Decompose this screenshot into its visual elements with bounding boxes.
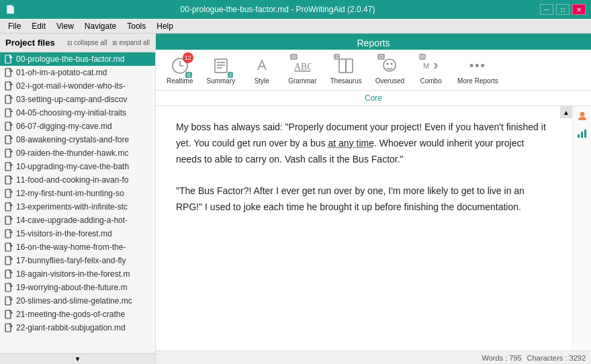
summary-label: Summary — [206, 77, 235, 85]
file-item[interactable]: 02-i-got-mail-i-wonder-who-its- — [0, 79, 155, 93]
sidebar-title: Project files — [5, 38, 55, 48]
core-tab[interactable]: Core — [156, 91, 591, 106]
file-item[interactable]: 12-my-first-hunt-im-hunting-so — [0, 187, 155, 200]
scroll-up-button[interactable]: ▲ — [560, 106, 572, 118]
file-item[interactable]: 16-on-the-way-home-from-the- — [0, 240, 155, 254]
file-item[interactable]: 11-food-and-cooking-in-avan-fo — [0, 173, 155, 187]
sidebar-scroll-down[interactable]: ▼ — [0, 353, 155, 364]
svg-point-34 — [387, 63, 389, 65]
maximize-button[interactable]: □ — [556, 4, 570, 15]
editor[interactable]: My boss has always said: "Properly docum… — [156, 106, 572, 351]
statusbar: Words : 795 Characters : 3292 — [156, 351, 591, 364]
scroll-down-icon: ▼ — [75, 355, 81, 363]
sidebar-actions: ⊟ collapse all ⊞ expand all — [67, 39, 150, 46]
menu-view[interactable]: View — [51, 20, 79, 32]
svg-rect-40 — [584, 130, 586, 138]
sidebar-header: Project files ⊟ collapse all ⊞ expand al… — [0, 34, 155, 52]
combo-icon: M M — [420, 55, 442, 77]
svg-rect-39 — [581, 132, 583, 138]
menu-navigate[interactable]: Navigate — [79, 20, 122, 32]
file-item[interactable]: 08-awakening-crystals-and-fore — [0, 133, 155, 146]
expand-icon: ⊞ — [112, 40, 118, 46]
file-item[interactable]: 22-giant-rabbit-subjugation.md — [0, 321, 155, 334]
svg-point-35 — [391, 63, 393, 65]
file-item[interactable]: 13-experiments-with-infinite-stc — [0, 200, 155, 214]
grammar-icon: ABC G — [291, 55, 313, 77]
thesaurus-icon: Z — [335, 55, 357, 77]
toolbar-more[interactable]: ••• More Reports — [452, 52, 504, 87]
realtime-s-badge: S — [185, 72, 191, 78]
toolbar-overused[interactable]: O Overused — [370, 52, 410, 87]
thesaurus-label: Thesaurus — [330, 77, 362, 85]
window-controls: ─ □ ✕ — [540, 4, 586, 15]
realtime-badge: 12 — [183, 52, 193, 63]
svg-point-37 — [580, 112, 584, 117]
svg-rect-38 — [578, 134, 580, 138]
file-item[interactable]: 20-slimes-and-slime-gelatine.mc — [0, 294, 155, 308]
content-area: ▲ My boss has always said: "Properly doc… — [156, 106, 591, 351]
grammar-label: Grammar — [288, 77, 316, 85]
menubar: File Edit View Navigate Tools Help — [0, 19, 591, 34]
right-panel: Reports 12 S Realtime — [156, 34, 591, 364]
file-item[interactable]: 03-setting-up-camp-and-discov — [0, 93, 155, 106]
svg-rect-24 — [215, 59, 227, 73]
reports-header: Reports — [156, 34, 591, 50]
words-count: Words : 795 — [482, 354, 521, 362]
overused-icon: O — [379, 55, 400, 77]
file-list: 00-prologue-the-bus-factor.md01-oh-im-a-… — [0, 52, 155, 353]
toolbar-combo[interactable]: M M Combo — [412, 52, 449, 87]
menu-edit[interactable]: Edit — [26, 20, 51, 32]
sidebar: Project files ⊟ collapse all ⊞ expand al… — [0, 34, 156, 364]
file-item[interactable]: 18-again-visitors-in-the-forest.m — [0, 267, 155, 281]
svg-rect-32 — [346, 59, 353, 73]
menu-help[interactable]: Help — [151, 20, 179, 32]
toolbar-grammar[interactable]: ABC G Grammar — [283, 52, 322, 87]
collapse-all-button[interactable]: ⊟ collapse all — [67, 39, 107, 46]
file-item[interactable]: 10-upgrading-my-cave-the-bath — [0, 160, 155, 173]
toolbar-style[interactable]: Style — [243, 52, 280, 87]
file-item[interactable]: 00-prologue-the-bus-factor.md — [0, 52, 155, 66]
combo-label: Combo — [420, 77, 441, 85]
toolbar-thesaurus[interactable]: Z Thesaurus — [325, 52, 367, 87]
file-item[interactable]: 21-meeting-the-gods-of-crathe — [0, 308, 155, 321]
svg-text:M: M — [423, 62, 429, 70]
expand-all-button[interactable]: ⊞ expand all — [112, 39, 150, 46]
menu-tools[interactable]: Tools — [122, 20, 151, 32]
realtime-icon: 12 S — [169, 55, 191, 77]
titlebar: 📄 00-prologue-the-bus-factor.md - ProWri… — [0, 0, 591, 19]
more-label: More Reports — [457, 77, 498, 85]
file-item[interactable]: 06-07-digging-my-cave.md — [0, 120, 155, 133]
overused-label: Overused — [375, 77, 404, 85]
main-layout: Project files ⊟ collapse all ⊞ expand al… — [0, 34, 591, 364]
toolbar-summary[interactable]: J Summary — [201, 52, 240, 87]
user-icon-button[interactable] — [575, 109, 590, 124]
paragraph-2: "The Bus Factor?! After I ever get run o… — [176, 183, 552, 216]
chars-count: Characters : 3292 — [527, 354, 586, 362]
minimize-button[interactable]: ─ — [540, 4, 553, 15]
svg-rect-31 — [339, 59, 346, 73]
svg-text:ABC: ABC — [294, 62, 312, 72]
style-icon — [251, 55, 273, 77]
summary-icon: J — [210, 55, 232, 77]
file-item[interactable]: 01-oh-im-a-potato-cat.md — [0, 66, 155, 79]
toolbar: 12 S Realtime J Summary — [156, 50, 591, 91]
file-item[interactable]: 04-05-choosing-my-initial-traits — [0, 106, 155, 120]
realtime-label: Realtime — [167, 77, 193, 85]
close-button[interactable]: ✕ — [572, 4, 586, 15]
right-side-panel — [572, 106, 591, 351]
underlined-phrase: at any time — [328, 138, 374, 148]
menu-file[interactable]: File — [3, 20, 26, 32]
file-item[interactable]: 19-worrying-about-the-future.m — [0, 281, 155, 294]
collapse-icon: ⊟ — [67, 40, 73, 46]
style-label: Style — [255, 77, 269, 85]
file-item[interactable]: 09-raiden-the-thunder-hawk.mc — [0, 146, 155, 160]
toolbar-realtime[interactable]: 12 S Realtime — [161, 52, 198, 87]
titlebar-title: 00-prologue-the-bus-factor.md - ProWriti… — [181, 5, 375, 14]
summary-s-badge: J — [228, 72, 233, 78]
file-item[interactable]: 14-cave-upgrade-adding-a-hot- — [0, 214, 155, 227]
chart-icon-button[interactable] — [575, 126, 590, 141]
file-item[interactable]: 17-bunnyflies-faryl-felix-and-fly — [0, 254, 155, 267]
window-icon: 📄 — [5, 5, 15, 14]
more-icon: ••• — [467, 55, 488, 77]
file-item[interactable]: 15-visitors-in-the-forest.md — [0, 227, 155, 240]
